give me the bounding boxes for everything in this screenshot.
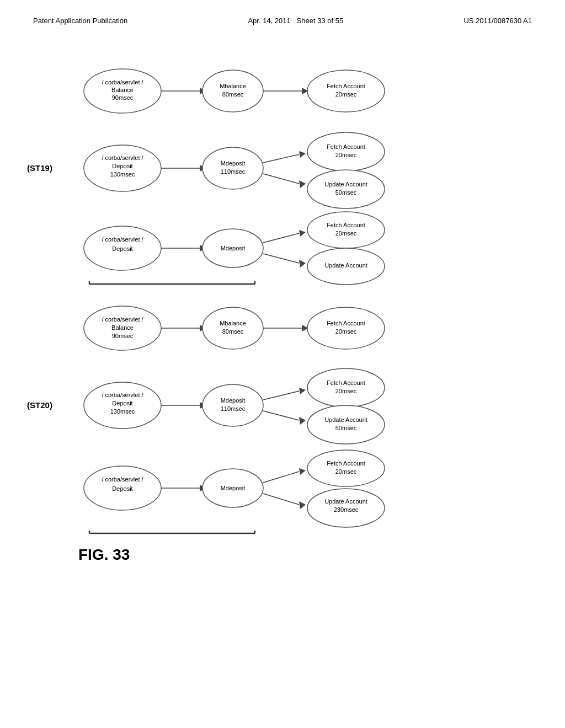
svg-text:50msec: 50msec <box>335 189 357 196</box>
svg-text:20msec: 20msec <box>335 152 357 158</box>
svg-marker-80 <box>299 417 306 425</box>
svg-text:110msec: 110msec <box>221 405 246 412</box>
svg-text:130msec: 130msec <box>110 171 135 178</box>
svg-text:Deposit: Deposit <box>112 245 132 252</box>
svg-text:Fetch Account: Fetch Account <box>327 83 365 89</box>
svg-text:Fetch Account: Fetch Account <box>327 320 365 326</box>
svg-text:Mdeposit: Mdeposit <box>221 160 246 167</box>
svg-text:90msec: 90msec <box>112 94 134 101</box>
fig-label: FIG. 33 <box>78 546 130 563</box>
svg-text:Mbalance: Mbalance <box>220 320 246 326</box>
svg-text:/ corba/servlet /: / corba/servlet / <box>102 392 143 398</box>
svg-text:Update Account: Update Account <box>324 181 367 188</box>
page-header: Patent Application Publication Apr. 14, … <box>33 17 532 25</box>
svg-text:20msec: 20msec <box>335 230 357 237</box>
svg-text:Deposit: Deposit <box>112 485 132 492</box>
page: Patent Application Publication Apr. 14, … <box>0 0 565 728</box>
header-sheet: Sheet 33 of 55 <box>297 17 344 25</box>
svg-text:20msec: 20msec <box>335 388 357 394</box>
svg-text:20msec: 20msec <box>335 468 357 475</box>
header-right: US 2011/0087630 A1 <box>463 17 532 25</box>
svg-marker-97 <box>299 501 306 509</box>
svg-marker-25 <box>299 151 306 158</box>
svg-line-79 <box>263 411 299 420</box>
svg-text:/ corba/servlet /: / corba/servlet / <box>102 236 143 243</box>
svg-text:110msec: 110msec <box>221 168 246 175</box>
svg-text:(ST19): (ST19) <box>27 163 52 173</box>
svg-text:Update Account: Update Account <box>324 416 367 423</box>
svg-marker-42 <box>299 230 306 237</box>
svg-text:Fetch Account: Fetch Account <box>327 143 365 150</box>
diagram-container: / corba/servlet / Balance 90msec Mbalanc… <box>45 47 520 700</box>
svg-line-26 <box>263 174 299 184</box>
svg-text:(ST20): (ST20) <box>27 400 52 410</box>
svg-line-41 <box>263 233 299 243</box>
svg-text:Mdeposit: Mdeposit <box>221 397 246 404</box>
diagram-svg: / corba/servlet / Balance 90msec Mbalanc… <box>45 47 520 698</box>
svg-text:Update Account: Update Account <box>324 262 367 269</box>
svg-line-96 <box>263 494 299 505</box>
svg-text:Update Account: Update Account <box>324 498 367 505</box>
svg-text:/ corba/servlet /: / corba/servlet / <box>102 154 143 161</box>
svg-marker-95 <box>299 468 306 475</box>
header-center: Apr. 14, 2011 Sheet 33 of 55 <box>248 17 343 25</box>
svg-text:20msec: 20msec <box>335 328 357 335</box>
svg-text:Mbalance: Mbalance <box>220 83 246 89</box>
header-left: Patent Application Publication <box>33 17 127 25</box>
svg-text:Mdeposit: Mdeposit <box>221 485 246 491</box>
svg-text:/ corba/servlet /: / corba/servlet / <box>102 476 143 483</box>
svg-marker-27 <box>299 180 306 188</box>
svg-text:50msec: 50msec <box>335 425 357 431</box>
svg-text:Fetch Account: Fetch Account <box>327 222 365 228</box>
svg-text:20msec: 20msec <box>335 91 357 98</box>
svg-text:130msec: 130msec <box>110 408 135 415</box>
svg-line-94 <box>263 472 299 483</box>
svg-text:Fetch Account: Fetch Account <box>327 379 365 386</box>
svg-text:80msec: 80msec <box>222 91 244 98</box>
svg-line-24 <box>263 154 299 163</box>
svg-text:Deposit: Deposit <box>112 400 132 406</box>
svg-marker-78 <box>299 388 306 394</box>
svg-marker-44 <box>299 260 306 267</box>
svg-text:/ corba/servlet /: / corba/servlet / <box>102 316 143 323</box>
svg-text:Deposit: Deposit <box>112 163 132 169</box>
svg-text:Fetch Account: Fetch Account <box>327 460 365 467</box>
svg-text:90msec: 90msec <box>112 333 134 339</box>
header-date: Apr. 14, 2011 <box>248 17 290 25</box>
svg-line-77 <box>263 391 299 400</box>
svg-text:Mdeposit: Mdeposit <box>221 245 246 251</box>
svg-text:Balance: Balance <box>111 87 134 93</box>
svg-text:Balance: Balance <box>111 324 134 331</box>
svg-line-43 <box>263 254 299 263</box>
svg-text:80msec: 80msec <box>222 328 244 335</box>
svg-text:/ corba/servlet /: / corba/servlet / <box>102 79 143 85</box>
svg-text:230msec: 230msec <box>334 506 359 513</box>
